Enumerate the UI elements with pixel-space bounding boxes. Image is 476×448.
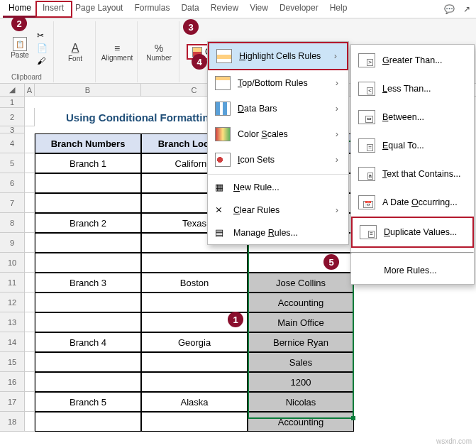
row-header[interactable]: 6 — [0, 173, 25, 193]
between-icon: ⇔ — [358, 110, 375, 124]
cut-icon[interactable]: ✂ — [37, 31, 48, 40]
row-header[interactable]: 5 — [0, 153, 25, 173]
duplicate-values-icon: ≡ — [360, 225, 377, 239]
select-all-corner[interactable]: ◢ — [0, 84, 25, 96]
cell-column-d[interactable]: Nicolas — [248, 392, 354, 412]
row-header[interactable]: 7 — [0, 193, 25, 213]
menu-new-rule[interactable]: ▦ New Rule... — [208, 176, 348, 199]
cell-branch-location[interactable] — [141, 253, 248, 273]
cell-branch-number[interactable] — [35, 372, 141, 392]
tab-view[interactable]: View — [244, 0, 274, 18]
cell-column-d[interactable]: Main Office — [248, 312, 354, 332]
row-header[interactable]: 17 — [0, 392, 25, 412]
tab-insert[interactable]: Insert — [37, 0, 70, 18]
row-header[interactable]: 11 — [0, 273, 25, 293]
submenu-more-rules[interactable]: More Rules... — [351, 258, 474, 283]
cell-branch-number[interactable] — [35, 173, 141, 193]
cell-branch-number[interactable] — [35, 312, 141, 332]
submenu-greater-than[interactable]: > Greater Than... — [351, 46, 474, 75]
row-header[interactable]: 12 — [0, 293, 25, 312]
font-button[interactable]: A Font — [61, 42, 89, 62]
cell-column-d[interactable]: Accounting — [248, 293, 354, 312]
group-number: % Number — [142, 21, 179, 82]
row-header[interactable]: 18 — [0, 412, 25, 432]
cell-branch-number[interactable]: Branch 1 — [35, 153, 141, 173]
row-header[interactable]: 8 — [0, 213, 25, 233]
row-header[interactable]: 1 — [0, 97, 25, 108]
selection-handle[interactable] — [351, 416, 355, 420]
share-icon[interactable]: ↗ — [463, 4, 470, 14]
less-than-icon: < — [358, 82, 375, 96]
menu-manage-rules[interactable]: ▤ Manage Rules... — [208, 222, 348, 244]
copy-icon[interactable]: 📄 — [37, 43, 48, 53]
tab-page-layout[interactable]: Page Layout — [70, 0, 128, 18]
highlight-cells-submenu: > Greater Than... < Less Than... ⇔ Betwe… — [350, 44, 475, 285]
cell-branch-number[interactable]: Branch 2 — [35, 213, 141, 233]
col-header-b[interactable]: B — [35, 84, 141, 96]
cell-branch-number[interactable] — [35, 253, 141, 273]
cell-branch-location[interactable] — [141, 293, 248, 312]
cell-column-d[interactable]: Bernice Ryan — [248, 332, 354, 352]
menu-icon-sets[interactable]: Icon Sets › — [208, 147, 348, 173]
col-header-a[interactable]: A — [25, 84, 35, 96]
submenu-between[interactable]: ⇔ Between... — [351, 103, 474, 131]
row-header[interactable]: 9 — [0, 233, 25, 253]
row-header[interactable]: 13 — [0, 312, 25, 332]
row-header[interactable]: 10 — [0, 253, 25, 273]
row-header[interactable]: 3 — [0, 126, 25, 133]
paste-button[interactable]: 📋 Paste — [6, 37, 34, 59]
cell-branch-location[interactable] — [141, 412, 248, 432]
submenu-equal-to[interactable]: = Equal To... — [351, 131, 474, 160]
tab-formulas[interactable]: Formulas — [128, 0, 175, 18]
table-row: 15Sales — [0, 352, 476, 372]
callout-badge-4: 4 — [192, 54, 207, 70]
alignment-button[interactable]: ≡ Alignment — [103, 43, 131, 62]
tab-review[interactable]: Review — [205, 0, 244, 18]
number-button[interactable]: % Number — [145, 43, 173, 62]
cell-branch-location[interactable]: Georgia — [141, 332, 248, 352]
cell-branch-number[interactable] — [35, 233, 141, 253]
submenu-text-contains[interactable]: a Text that Contains... — [351, 160, 474, 188]
menu-top-bottom-rules[interactable]: Top/Bottom Rules › — [208, 70, 348, 96]
row-header[interactable]: 15 — [0, 352, 25, 372]
cell-branch-number[interactable] — [35, 352, 141, 372]
highlight-cells-icon — [216, 49, 232, 63]
cell-branch-number[interactable] — [35, 412, 141, 432]
cell-branch-number[interactable]: Branch 3 — [35, 273, 141, 293]
menu-color-scales[interactable]: Color Scales › — [208, 121, 348, 147]
row-header[interactable]: 16 — [0, 372, 25, 392]
conditional-formatting-menu: HHighlight Cells Rulesighlight Cells Rul… — [207, 41, 349, 245]
menu-clear-rules[interactable]: ⨯ Clear Rules › — [208, 199, 348, 222]
menu-data-bars[interactable]: Data Bars › — [208, 96, 348, 121]
cell-column-d[interactable]: Accounting — [248, 412, 354, 432]
cell-branch-number[interactable] — [35, 293, 141, 312]
text-contains-icon: a — [358, 167, 375, 181]
row-header[interactable]: 2 — [0, 108, 25, 126]
cell-branch-location[interactable] — [141, 352, 248, 372]
cell-branch-location[interactable]: Alaska — [141, 392, 248, 412]
cell-branch-number[interactable]: Branch 4 — [35, 332, 141, 352]
format-painter-icon[interactable]: 🖌 — [37, 56, 48, 66]
table-row: 17Branch 5AlaskaNicolas — [0, 392, 476, 412]
cell-branch-number[interactable] — [35, 193, 141, 213]
submenu-date-occurring[interactable]: 📅 A Date Occurring... — [351, 188, 474, 217]
cell-column-d[interactable]: Sales — [248, 352, 354, 372]
cell-branch-location[interactable] — [141, 372, 248, 392]
row-header[interactable]: 4 — [0, 133, 25, 153]
comments-icon[interactable]: 💬 — [444, 4, 455, 14]
tab-developer[interactable]: Developer — [274, 0, 324, 18]
tab-help[interactable]: Help — [324, 0, 353, 18]
manage-rules-icon: ▤ — [215, 227, 226, 239]
callout-badge-1: 1 — [228, 312, 243, 327]
cell-column-d[interactable]: Jose Collins — [248, 273, 354, 293]
submenu-less-than[interactable]: < Less Than... — [351, 75, 474, 103]
cell-branch-location[interactable]: Boston — [141, 273, 248, 293]
data-bars-icon — [215, 102, 231, 116]
menu-highlight-cells-rules[interactable]: HHighlight Cells Rulesighlight Cells Rul… — [208, 42, 348, 70]
submenu-duplicate-values[interactable]: ≡ Duplicate Values... — [351, 217, 474, 248]
table-header-branch-numbers[interactable]: Branch Numbers — [35, 133, 141, 153]
tab-data[interactable]: Data — [175, 0, 204, 18]
row-header[interactable]: 14 — [0, 332, 25, 352]
cell-branch-number[interactable]: Branch 5 — [35, 392, 141, 412]
cell-column-d[interactable]: 1200 — [248, 372, 354, 392]
